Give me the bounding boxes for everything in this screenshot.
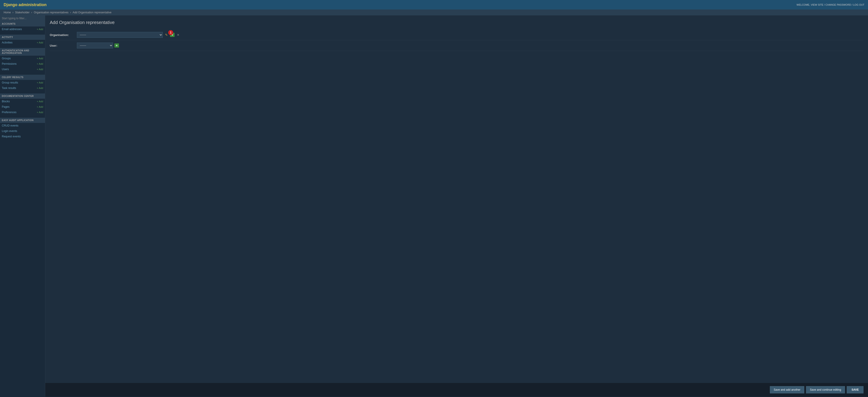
- form-container: Organisation: ------- ✎ 1 + ✕ User:: [50, 30, 864, 51]
- sidebar-item-label: Group results: [2, 81, 18, 84]
- welcome-text: WELCOME,: [797, 3, 810, 6]
- add-preferences-link[interactable]: + Add: [37, 111, 43, 114]
- add-activities-link[interactable]: + Add: [37, 41, 43, 44]
- sidebar: ACCOUNTS Email addresses + Add ACTIVITY …: [0, 16, 45, 397]
- save-button[interactable]: SAVE: [847, 386, 864, 393]
- section-header-docs: DOCUMENTATION CENTER: [0, 93, 45, 99]
- add-email-addresses-link[interactable]: + Add: [37, 28, 43, 31]
- add-groups-link[interactable]: + Add: [37, 57, 43, 60]
- sidebar-item-label: Users: [2, 68, 9, 71]
- organisation-select[interactable]: -------: [77, 32, 163, 38]
- section-header-celery: CELERY RESULTS: [0, 75, 45, 80]
- sidebar-item-label: Pages: [2, 105, 9, 108]
- divider: [0, 45, 45, 48]
- user-field-wrapper: ------- +: [77, 42, 119, 49]
- organisation-edit-button[interactable]: ✎: [164, 33, 169, 37]
- sidebar-item-email-addresses[interactable]: Email addresses + Add: [0, 27, 45, 32]
- organisation-field-wrapper: ------- ✎ 1 + ✕: [77, 32, 180, 38]
- breadcrumb-home[interactable]: Home: [4, 11, 11, 14]
- section-header-auth: AUTHENTICATION AND AUTHORIZATION: [0, 48, 45, 56]
- save-add-another-button[interactable]: Save and add another: [770, 386, 804, 393]
- sidebar-item-task-results[interactable]: Task results + Add: [0, 85, 45, 91]
- user-add-button[interactable]: +: [115, 44, 119, 48]
- user-select[interactable]: -------: [77, 42, 113, 49]
- breadcrumb-org-representatives[interactable]: Organisation representatives: [34, 11, 68, 14]
- sidebar-item-label: Task results: [2, 86, 16, 90]
- section-header-activity: ACTIVITY: [0, 35, 45, 40]
- divider: [0, 115, 45, 118]
- divider: [0, 72, 45, 75]
- section-header-audit: EASY AUDIT APPLICATION: [0, 118, 45, 123]
- sidebar-filter-input[interactable]: [0, 16, 45, 21]
- divider: [0, 32, 45, 35]
- organisation-delete-button[interactable]: ✕: [176, 33, 180, 37]
- site-title: Django administration: [4, 2, 46, 7]
- sidebar-item-users[interactable]: Users + Add: [0, 66, 45, 72]
- sidebar-item-label: Activities: [2, 41, 12, 44]
- sidebar-item-label: Login events: [2, 130, 17, 133]
- breadcrumb-stakeholder[interactable]: Stakeholder: [15, 11, 30, 14]
- main-content: Add Organisation representative Organisa…: [45, 16, 868, 397]
- breadcrumb: Home › Stakeholder › Organisation repres…: [0, 9, 868, 16]
- add-group-results-link[interactable]: + Add: [37, 81, 43, 84]
- add-pages-link[interactable]: + Add: [37, 106, 43, 108]
- organisation-row: Organisation: ------- ✎ 1 + ✕: [50, 30, 864, 40]
- log-out-link[interactable]: LOG OUT: [853, 3, 864, 6]
- user-tools: WELCOME, VIEW SITE / CHANGE PASSWORD / L…: [797, 3, 864, 6]
- organisation-label: Organisation:: [50, 33, 77, 37]
- sidebar-item-label: Request events: [2, 135, 21, 138]
- section-header-accounts: ACCOUNTS: [0, 21, 45, 27]
- badge-number: 1: [168, 30, 173, 35]
- user-row: User: ------- +: [50, 40, 864, 51]
- add-permissions-link[interactable]: + Add: [37, 62, 43, 65]
- change-password-link[interactable]: CHANGE PASSWORD: [826, 3, 851, 6]
- sidebar-item-group-results[interactable]: Group results + Add: [0, 80, 45, 85]
- add-task-results-link[interactable]: + Add: [37, 87, 43, 89]
- sidebar-item-crud-events[interactable]: CRUD events: [0, 123, 45, 128]
- sidebar-item-groups[interactable]: Groups + Add: [0, 56, 45, 61]
- sidebar-item-label: Preferences: [2, 111, 17, 114]
- divider: [0, 91, 45, 93]
- save-continue-button[interactable]: Save and continue editing: [806, 386, 845, 393]
- sidebar-item-preferences[interactable]: Preferences + Add: [0, 110, 45, 115]
- sidebar-item-label: Email addresses: [2, 28, 22, 31]
- add-blocks-link[interactable]: + Add: [37, 100, 43, 103]
- submit-row: Save and add another Save and continue e…: [45, 383, 868, 397]
- breadcrumb-current: Add Organisation representative: [72, 11, 112, 14]
- add-users-link[interactable]: + Add: [37, 68, 43, 70]
- sidebar-item-request-events[interactable]: Request events: [0, 134, 45, 139]
- sidebar-item-label: Blocks: [2, 100, 10, 103]
- sidebar-item-pages[interactable]: Pages + Add: [0, 104, 45, 110]
- main-layout: ACCOUNTS Email addresses + Add ACTIVITY …: [0, 16, 868, 397]
- sidebar-item-blocks[interactable]: Blocks + Add: [0, 99, 45, 104]
- header: Django administration WELCOME, VIEW SITE…: [0, 0, 868, 9]
- sidebar-item-permissions[interactable]: Permissions + Add: [0, 61, 45, 66]
- user-label: User:: [50, 44, 77, 47]
- sidebar-item-label: CRUD events: [2, 124, 18, 127]
- view-site-link[interactable]: VIEW SITE: [811, 3, 824, 6]
- sidebar-item-login-events[interactable]: Login events: [0, 128, 45, 134]
- page-title: Add Organisation representative: [50, 20, 864, 25]
- sidebar-item-label: Permissions: [2, 62, 17, 65]
- sidebar-item-activities[interactable]: Activities + Add: [0, 40, 45, 45]
- sidebar-item-label: Groups: [2, 57, 11, 60]
